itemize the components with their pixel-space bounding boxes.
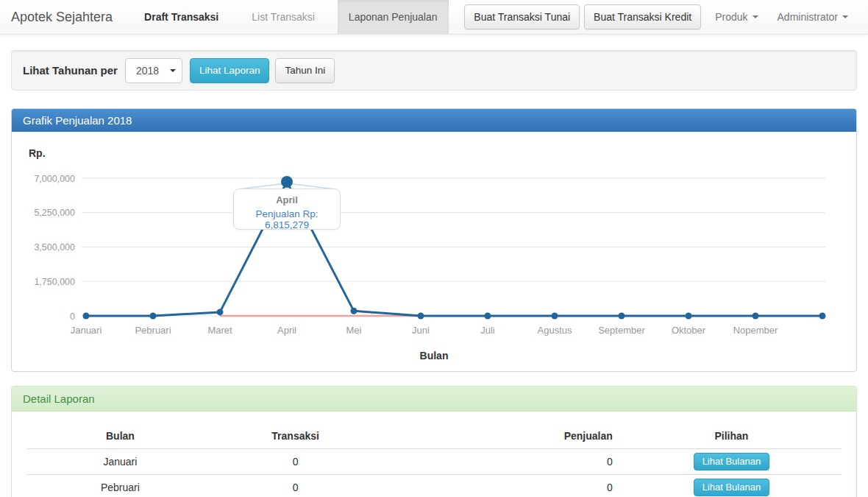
chart-panel-body: 01,750,0003,500,0005,250,0007,000,000Jan… — [12, 132, 856, 371]
x-tick-label: Maret — [207, 325, 232, 336]
sales-line — [86, 182, 822, 316]
detail-table: Bulan Transaksi Penjualan Pilihan Januar… — [26, 425, 842, 497]
nav-item-list-transaksi[interactable]: List Transaksi — [241, 0, 326, 34]
filter-label: Lihat Tahunan per — [23, 64, 118, 77]
cell-bulan: Pebruari — [26, 475, 214, 497]
chart-panel-header: Grafik Penjualan 2018 — [12, 109, 856, 132]
data-point-Juli[interactable] — [485, 313, 491, 320]
data-point-Nopember[interactable] — [753, 313, 759, 320]
data-point-Desember[interactable] — [819, 313, 826, 320]
y-tick-label: 1,750,000 — [34, 277, 75, 287]
x-tick-label: Pebruari — [135, 325, 171, 336]
lihat-bulanan-button[interactable]: Lihat Bulanan — [694, 479, 770, 496]
nav-item-laporan-penjualan[interactable]: Laponan Penjualan — [338, 0, 449, 34]
column-header-transaksi: Transaksi — [214, 425, 377, 449]
sales-chart: 01,750,0003,500,0005,250,0007,000,000Jan… — [12, 141, 856, 347]
cell-transaksi: 0 — [214, 449, 377, 475]
x-axis-title: Bulan — [12, 350, 856, 362]
y-tick-label: 0 — [70, 311, 75, 322]
cell-pilihan: Lihat Bulanan — [622, 475, 842, 497]
data-point-Mei[interactable] — [351, 308, 357, 314]
tahun-ini-button[interactable]: Tahun Ini — [275, 58, 335, 83]
cell-transaksi: 0 — [214, 475, 377, 497]
tooltip-month: April — [234, 194, 340, 205]
y-axis-unit-label: Rp. — [29, 147, 46, 159]
sales-chart-svg: 01,750,0003,500,0005,250,0007,000,000Jan… — [12, 141, 856, 347]
data-point-Pebruari[interactable] — [150, 313, 157, 320]
table-row: Pebruari 0 0 Lihat Bulanan — [26, 475, 842, 497]
table-row: Januari 0 0 Lihat Bulanan — [26, 449, 842, 475]
produk-dropdown[interactable]: Produk — [705, 11, 767, 23]
column-header-penjualan: Penjualan — [377, 425, 621, 449]
data-point-Juni[interactable] — [418, 313, 424, 320]
x-tick-label: April — [277, 325, 296, 336]
detail-title: Detail Laporan — [23, 392, 95, 405]
navbar: Apotek Sejahtera Draft Transaksi List Tr… — [0, 0, 868, 35]
x-tick-label: Agustus — [538, 325, 572, 336]
y-tick-label: 5,250,000 — [34, 208, 75, 218]
x-tick-label: Januari — [71, 325, 102, 336]
cell-bulan: Januari — [26, 449, 214, 475]
y-tick-label: 7,000,000 — [34, 174, 75, 184]
column-header-pilihan: Pilihan — [622, 425, 842, 449]
year-select-value: 2018 — [136, 65, 159, 77]
caret-down-icon — [753, 15, 758, 18]
lihat-laporan-button[interactable]: Lihat Laporan — [190, 58, 270, 83]
caret-down-icon — [842, 15, 848, 18]
tooltip-value: Penjualan Rp: 6,815,279 — [234, 208, 340, 230]
x-tick-label: September — [598, 325, 645, 336]
chart-title: Grafik Penjualan 2018 — [23, 114, 132, 127]
y-tick-label: 3,500,000 — [34, 242, 75, 253]
data-point-April[interactable] — [281, 176, 293, 188]
column-header-bulan: Bulan — [26, 425, 214, 449]
data-point-Maret[interactable] — [217, 309, 224, 315]
app-brand[interactable]: Apotek Sejahtera — [0, 0, 124, 34]
nav-item-draft-transaksi[interactable]: Draft Transaksi — [133, 0, 230, 34]
select-caret-icon — [170, 69, 176, 72]
detail-panel-header: Detail Laporan — [12, 387, 856, 412]
x-tick-label: Oktober — [672, 325, 706, 336]
x-tick-label: Juli — [480, 325, 495, 336]
cell-pilihan: Lihat Bulanan — [622, 449, 842, 475]
produk-dropdown-label: Produk — [715, 11, 747, 23]
buat-transaksi-kredit-button[interactable]: Buat Transaksi Kredit — [584, 4, 701, 29]
x-tick-label: Mei — [346, 325, 362, 336]
detail-panel-body: Bulan Transaksi Penjualan Pilihan Januar… — [12, 412, 856, 497]
navbar-right: Buat Transaksi Tunai Buat Transaksi Kred… — [464, 0, 868, 34]
data-point-Agustus[interactable] — [552, 313, 558, 320]
filter-bar: Lihat Tahunan per 2018 Lihat Laporan Tah… — [11, 50, 857, 91]
detail-panel: Detail Laporan Bulan Transaksi Penjualan… — [11, 386, 857, 497]
chart-panel: Grafik Penjualan 2018 01,750,0003,500,00… — [11, 108, 857, 372]
data-point-Oktober[interactable] — [686, 313, 692, 320]
cell-penjualan: 0 — [377, 475, 621, 497]
data-point-Januari[interactable] — [83, 313, 90, 320]
data-point-September[interactable] — [619, 313, 625, 320]
x-tick-label: Juni — [412, 325, 430, 336]
table-header-row: Bulan Transaksi Penjualan Pilihan — [26, 425, 842, 449]
administrator-dropdown[interactable]: Administrator — [768, 11, 858, 23]
year-select[interactable]: 2018 — [125, 58, 182, 83]
administrator-dropdown-label: Administrator — [778, 11, 838, 23]
x-tick-label: Nopember — [733, 325, 778, 336]
buat-transaksi-tunai-button[interactable]: Buat Transaksi Tunai — [464, 4, 580, 29]
lihat-bulanan-button[interactable]: Lihat Bulanan — [694, 453, 770, 470]
cell-penjualan: 0 — [377, 449, 621, 475]
chart-tooltip: April Penjualan Rp: 6,815,279 — [233, 188, 341, 230]
